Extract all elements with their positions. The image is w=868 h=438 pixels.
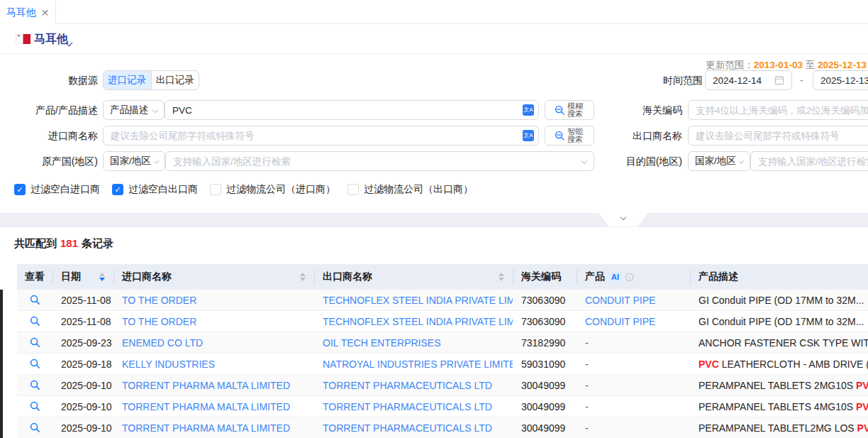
product-input-wrap: 文A — [165, 100, 539, 120]
cell-exporter-link[interactable]: TORRENT PHARMACEUTICALS LTD — [314, 401, 513, 412]
desc-highlight: PVC — [856, 401, 868, 412]
translate-icon[interactable]: 文A — [523, 104, 534, 116]
date-from-value: 2024-12-14 — [713, 75, 762, 86]
chevron-down-icon — [582, 158, 587, 164]
fuzzy-search-button[interactable]: 模糊搜索 — [545, 100, 594, 120]
desc-text: GI Conduit PIPE (OD 17MM to 32M... — [699, 316, 864, 327]
product-type-value: 产品描述 — [110, 104, 148, 116]
cell-hscode: 73182990 — [513, 337, 577, 349]
hscode-input-wrap — [688, 100, 868, 120]
column-header-date[interactable]: 日期 — [52, 264, 113, 290]
cell-hscode: 30049099 — [513, 401, 577, 412]
cell-description: GI Conduit PIPE (OD 17MM to 32M... — [690, 295, 868, 306]
chevron-down-icon[interactable] — [67, 36, 72, 48]
destination-type-select[interactable]: 国家/地区 — [688, 151, 750, 171]
tab-export-records[interactable]: 出口记录 — [151, 71, 199, 89]
ai-badge: AI — [609, 272, 621, 282]
sort-icon-exporter[interactable] — [499, 273, 504, 281]
table-row: 2025-09-10 TORRENT PHARMA MALTA LIMITED … — [17, 396, 868, 417]
cell-exporter-link[interactable]: TORRENT PHARMACEUTICALS LTD — [314, 380, 513, 391]
destination-input[interactable] — [758, 156, 868, 167]
filter-row-datasource: 数据源 进口记录 出口记录 时间范围 2024-12-14 - 2025-12-… — [0, 70, 868, 90]
close-icon[interactable]: ✕ — [41, 8, 50, 18]
fuzzy-search-icon — [555, 105, 565, 116]
exporter-input[interactable] — [696, 131, 868, 141]
view-button[interactable] — [17, 358, 52, 369]
chevron-down-icon — [621, 214, 626, 220]
tab-malta-label: 马耳他 — [6, 6, 36, 19]
cell-product-link[interactable]: CONDUIT PIPE — [577, 316, 690, 327]
view-button[interactable] — [17, 380, 52, 390]
cell-importer-link[interactable]: KELLY INDUSTRIES — [113, 358, 314, 370]
cell-description: ANCHOR FASTENER CSK TYPE WITH ... — [690, 337, 868, 349]
hscode-input[interactable] — [696, 105, 868, 116]
product-input[interactable] — [172, 105, 523, 116]
page-title: 马耳他 — [34, 32, 68, 47]
cell-exporter-link[interactable]: NATROYAL INDUSTRIES PRIVATE LIMITED — [314, 358, 513, 370]
desc-text: LEATHERCLOTH - AMB DRIVE (1... — [719, 358, 868, 370]
tab-import-records[interactable]: 进口记录 — [104, 71, 151, 89]
origin-input[interactable] — [173, 156, 582, 167]
summary-count: 181 — [60, 237, 78, 249]
desc-text: PERAMPANEL TABLETS 4MG10S — [699, 401, 856, 412]
checkbox-filter-logistics-importer[interactable]: 过滤物流公司（进口商） — [210, 183, 335, 196]
sort-icon-importer[interactable] — [300, 273, 306, 281]
checkbox-filter-blank-importer[interactable]: ✓ 过滤空白进口商 — [14, 183, 100, 196]
magnifier-icon — [30, 401, 40, 412]
cell-description: GI Conduit PIPE (OD 17MM to 32M... — [690, 316, 868, 327]
cell-importer-link[interactable]: TORRENT PHARMA MALTA LIMITED — [113, 401, 314, 412]
desc-highlight: PVC — [856, 380, 868, 391]
panel-divider-band — [0, 213, 868, 227]
checkbox-checked-icon[interactable]: ✓ — [14, 184, 26, 195]
cell-exporter-link[interactable]: TECHNOFLEX STEEL INDIA PRIVATE LIMITED — [314, 316, 513, 327]
cell-exporter-link[interactable]: TORRENT PHARMACEUTICALS LTD — [314, 422, 513, 434]
view-button[interactable] — [17, 337, 52, 348]
calendar-icon — [774, 75, 784, 85]
cell-hscode: 30049099 — [513, 422, 577, 434]
info-icon[interactable] — [625, 273, 634, 282]
view-button[interactable] — [17, 295, 52, 305]
checkbox-unchecked-icon[interactable] — [210, 184, 221, 195]
tab-malta[interactable]: 马耳他 ✕ — [0, 0, 56, 25]
cell-product-link[interactable]: CONDUIT PIPE — [577, 295, 690, 306]
translate-icon[interactable]: 文A — [523, 130, 534, 141]
checkbox-unchecked-icon[interactable] — [347, 184, 359, 195]
checkbox-checked-icon[interactable]: ✓ — [112, 184, 123, 195]
column-header-importer[interactable]: 进口商名称 — [113, 264, 314, 290]
cell-description: PERAMPANEL TABLETS 4MG10S PVC... — [690, 401, 868, 412]
checkbox-label: 过滤空白进口商 — [30, 183, 100, 196]
view-button[interactable] — [17, 422, 52, 433]
results-summary: 共匹配到181条记录 — [14, 237, 113, 251]
destination-type-value: 国家/地区 — [695, 155, 736, 168]
view-button[interactable] — [17, 401, 52, 412]
vertical-scrollbar[interactable] — [0, 290, 3, 438]
cell-importer-link[interactable]: TO THE ORDER — [113, 316, 314, 327]
date-from-input[interactable]: 2024-12-14 — [705, 70, 792, 90]
destination-input-wrap — [750, 151, 868, 171]
cell-description: PERAMPANEL TABLETL2MG LOS PVC... — [690, 422, 868, 434]
column-header-hscode: 海关编码 — [513, 264, 577, 290]
cell-exporter-link[interactable]: TECHNOFLEX STEEL INDIA PRIVATE LIMITED — [314, 295, 513, 306]
cell-importer-link[interactable]: TORRENT PHARMA MALTA LIMITED — [113, 380, 314, 391]
cell-importer-link[interactable]: TORRENT PHARMA MALTA LIMITED — [113, 422, 314, 434]
checkbox-filter-logistics-exporter[interactable]: 过滤物流公司（出口商） — [347, 183, 473, 196]
date-to-input[interactable]: 2025-12-13 — [813, 70, 868, 90]
importer-input[interactable] — [111, 131, 523, 141]
cell-description: PVC LEATHERCLOTH - AMB DRIVE (1... — [690, 358, 868, 370]
cell-exporter-link[interactable]: OIL TECH ENTERPRISES — [314, 337, 513, 349]
sort-icon-date[interactable] — [99, 273, 105, 281]
update-range-from: 2013-01-03 — [754, 60, 803, 70]
product-type-select[interactable]: 产品描述 — [103, 100, 165, 120]
checkbox-filter-blank-exporter[interactable]: ✓ 过滤空白出口商 — [112, 183, 198, 196]
cell-importer-link[interactable]: ENEMED CO LTD — [113, 337, 314, 349]
magnifier-icon — [30, 316, 40, 327]
smart-search-button[interactable]: 智能搜索 — [545, 126, 594, 146]
column-header-exporter[interactable]: 出口商名称 — [314, 264, 513, 290]
origin-type-select[interactable]: 国家/地区 — [103, 151, 165, 171]
table-row: 2025-11-08 TO THE ORDER TECHNOFLEX STEEL… — [17, 311, 868, 332]
exporter-input-wrap — [688, 126, 868, 146]
view-button[interactable] — [17, 316, 52, 327]
cell-date: 2025-09-23 — [52, 337, 113, 349]
origin-type-value: 国家/地区 — [110, 155, 151, 168]
cell-importer-link[interactable]: TO THE ORDER — [113, 295, 314, 306]
